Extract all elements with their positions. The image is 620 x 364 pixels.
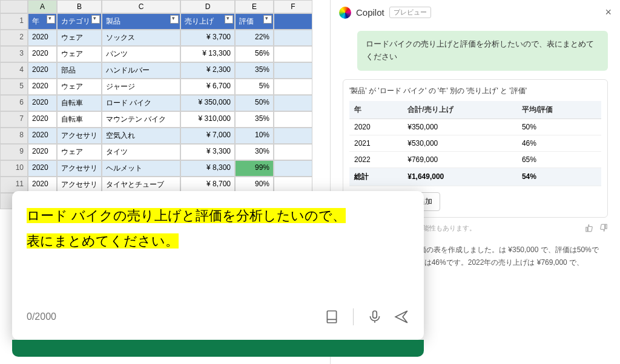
prompt-text[interactable]: ロード バイクの売り上げと評価を分析したいので、 表にまとめてください。 (27, 203, 409, 254)
cell[interactable]: アクセサリ (57, 160, 102, 177)
filter-dropdown-icon[interactable] (170, 15, 179, 24)
cell[interactable]: 空気入れ (102, 128, 180, 144)
col-header-B[interactable]: B (57, 0, 102, 13)
cell[interactable]: ¥ 6,700 (180, 79, 235, 95)
cell[interactable]: 自転車 (57, 95, 102, 111)
cell[interactable]: ロード バイク (102, 95, 180, 111)
cell[interactable]: 2020 (28, 177, 57, 193)
cell[interactable]: ¥ 8,700 (180, 177, 235, 193)
cell[interactable] (274, 79, 312, 95)
cell[interactable]: ¥ 13,300 (180, 46, 235, 62)
cell[interactable]: ¥ 310,000 (180, 111, 235, 128)
cell[interactable]: 部品 (57, 62, 102, 79)
row-number[interactable]: 10 (0, 160, 28, 177)
cell[interactable]: 35% (235, 62, 274, 79)
col-header-F[interactable]: F (274, 0, 312, 13)
cell[interactable]: ¥ 2,300 (180, 62, 235, 79)
table-row[interactable]: 52020ウェアジャージ¥ 6,7005% (0, 79, 327, 95)
row-number[interactable]: 3 (0, 46, 28, 62)
filter-dropdown-icon[interactable] (91, 15, 100, 24)
filter-dropdown-icon[interactable] (263, 15, 272, 24)
cell[interactable]: ジャージ (102, 79, 180, 95)
cell[interactable]: パンツ (102, 46, 180, 62)
cell[interactable] (274, 62, 312, 79)
cell[interactable]: 2020 (28, 128, 57, 144)
cell[interactable]: 自転車 (57, 111, 102, 128)
cell[interactable]: 22% (235, 30, 274, 46)
cell[interactable]: ¥ 7,000 (180, 128, 235, 144)
cell[interactable]: 30% (235, 144, 274, 160)
table-row[interactable]: 1年カテゴリ製品売り上げ評価 (0, 13, 327, 30)
cell[interactable]: タイツ (102, 144, 180, 160)
cell[interactable]: ソックス (102, 30, 180, 46)
cell[interactable]: 製品 (102, 13, 180, 30)
microphone-icon[interactable] (367, 309, 383, 325)
cell[interactable]: 評価 (235, 13, 274, 30)
cell[interactable] (274, 46, 312, 62)
cell[interactable]: 2020 (28, 111, 57, 128)
cell[interactable]: ウェア (57, 144, 102, 160)
cell[interactable]: 5% (235, 79, 274, 95)
cell[interactable]: 2020 (28, 30, 57, 46)
table-row[interactable]: 82020アクセサリ空気入れ¥ 7,00010% (0, 128, 327, 144)
notebook-icon[interactable] (324, 309, 340, 325)
cell[interactable]: 2020 (28, 160, 57, 177)
table-row[interactable]: 72020自転車マウンテン バイク¥ 310,00035% (0, 111, 327, 128)
thumbs-up-icon[interactable] (585, 224, 593, 232)
row-number[interactable]: 11 (0, 177, 28, 193)
cell[interactable]: アクセサリ (57, 177, 102, 193)
cell[interactable]: マウンテン バイク (102, 111, 180, 128)
cell[interactable]: 56% (235, 46, 274, 62)
row-number[interactable]: 5 (0, 79, 28, 95)
row-number[interactable]: 6 (0, 95, 28, 111)
cell[interactable]: ヘルメット (102, 160, 180, 177)
cell[interactable]: 2020 (28, 95, 57, 111)
cell[interactable]: 50% (235, 95, 274, 111)
cell[interactable]: ウェア (57, 79, 102, 95)
table-row[interactable]: 42020部品ハンドルバー¥ 2,30035% (0, 62, 327, 79)
cell[interactable] (274, 177, 312, 193)
row-number[interactable]: 9 (0, 144, 28, 160)
cell[interactable]: アクセサリ (57, 128, 102, 144)
select-all-corner[interactable] (0, 0, 28, 13)
col-header-A[interactable]: A (28, 0, 57, 13)
cell[interactable] (274, 30, 312, 46)
col-header-E[interactable]: E (235, 0, 274, 13)
cell[interactable]: カテゴリ (57, 13, 102, 30)
cell[interactable]: ¥ 3,700 (180, 30, 235, 46)
cell[interactable]: 2020 (28, 144, 57, 160)
row-number[interactable]: 8 (0, 128, 28, 144)
cell[interactable]: ¥ 3,300 (180, 144, 235, 160)
row-number[interactable]: 7 (0, 111, 28, 128)
table-row[interactable]: 112020アクセサリタイヤとチューブ¥ 8,70090% (0, 177, 327, 193)
cell[interactable]: 2020 (28, 46, 57, 62)
cell[interactable]: ウェア (57, 46, 102, 62)
cell[interactable]: 2020 (28, 79, 57, 95)
spreadsheet-area[interactable]: A B C D E F 1年カテゴリ製品売り上げ評価22020ウェアソックス¥ … (0, 0, 327, 209)
cell[interactable]: 10% (235, 128, 274, 144)
cell[interactable] (274, 144, 312, 160)
cell[interactable]: 35% (235, 111, 274, 128)
cell[interactable] (274, 95, 312, 111)
table-row[interactable]: 22020ウェアソックス¥ 3,70022% (0, 30, 327, 46)
table-row[interactable]: 92020ウェアタイツ¥ 3,30030% (0, 144, 327, 160)
cell[interactable]: 2020 (28, 62, 57, 79)
cell[interactable] (274, 111, 312, 128)
col-header-C[interactable]: C (102, 0, 180, 13)
prompt-input-card[interactable]: ロード バイクの売り上げと評価を分析したいので、 表にまとめてください。 0/2… (12, 191, 424, 340)
close-icon[interactable]: × (605, 6, 612, 19)
cell[interactable]: ハンドルバー (102, 62, 180, 79)
send-icon[interactable] (394, 309, 409, 325)
row-number[interactable]: 4 (0, 62, 28, 79)
table-row[interactable]: 32020ウェアパンツ¥ 13,30056% (0, 46, 327, 62)
row-number[interactable]: 2 (0, 30, 28, 46)
cell[interactable]: ウェア (57, 30, 102, 46)
cell[interactable]: 売り上げ (180, 13, 235, 30)
table-row[interactable]: 62020自転車ロード バイク¥ 350,00050% (0, 95, 327, 111)
cell[interactable]: 90% (235, 177, 274, 193)
cell[interactable]: ¥ 350,000 (180, 95, 235, 111)
cell[interactable]: タイヤとチューブ (102, 177, 180, 193)
cell[interactable] (274, 128, 312, 144)
row-number[interactable]: 1 (0, 13, 28, 30)
table-row[interactable]: 102020アクセサリヘルメット¥ 8,30099% (0, 160, 327, 177)
